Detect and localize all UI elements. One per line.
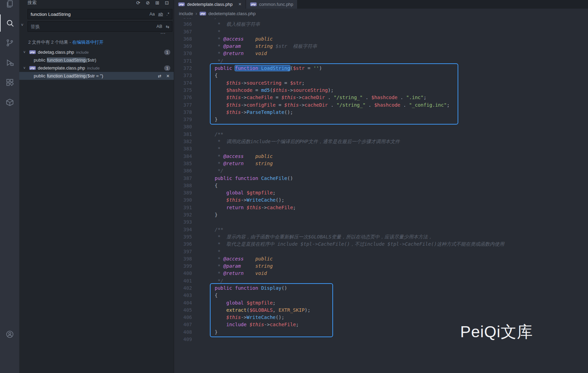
tab-dedetemplate-class-php[interactable]: php dedetemplate.class.php ✕ (174, 0, 246, 9)
code-token: WriteCache (247, 197, 276, 203)
code-line[interactable]: 406 $this->WriteCache(); (174, 314, 588, 321)
code-token: ; (273, 300, 276, 306)
breadcrumb-folder[interactable]: include (179, 11, 193, 16)
code-line[interactable]: 393 (174, 219, 588, 226)
code-line[interactable]: 400 * @return void (174, 270, 588, 277)
line-number: 405 (174, 307, 192, 314)
code-line[interactable]: 372public function LoadString($str = '') (174, 65, 588, 72)
code-line[interactable]: 398 * @access public (174, 255, 588, 263)
line-number: 383 (174, 145, 192, 152)
clear-results-icon[interactable]: ⊘ (146, 0, 150, 6)
package-icon[interactable] (0, 94, 19, 111)
code-line[interactable]: 365/** (174, 18, 588, 21)
search-match-row[interactable]: public function LoadString($str) (19, 56, 174, 64)
refresh-icon[interactable]: ⟳ (136, 0, 140, 6)
code-line[interactable]: 396 * 取代之是直接在程序中 include $tpl->CacheFile… (174, 241, 588, 248)
open-in-editor-link[interactable]: 在编辑器中打开 (72, 40, 104, 45)
search-match-row-selected[interactable]: public function LoadString($str = '') ⇄ … (19, 72, 174, 80)
code-token: } (215, 212, 217, 217)
extensions-icon[interactable] (0, 74, 19, 91)
code-line[interactable]: 383 * (174, 145, 588, 152)
toggle-replace-icon[interactable]: ˅ (21, 23, 23, 28)
preserve-case-icon[interactable]: AB (157, 24, 162, 29)
account-icon[interactable] (0, 326, 19, 343)
open-in-editor-icon[interactable]: ⊡ (165, 0, 169, 6)
code-text: $this->ParseTemplate(); (215, 109, 293, 116)
code-line[interactable]: 382 * 调用此函数include一个编译后的PHP文件，通常是在最后一个步骤… (174, 138, 588, 145)
code-line[interactable]: 371 */ (174, 57, 588, 65)
file-path: include (76, 50, 88, 54)
code-line[interactable]: 399 * @param string (174, 263, 588, 270)
code-line[interactable]: 367 * (174, 28, 588, 35)
activity-bar (0, 0, 19, 373)
code-line[interactable]: 394/** (174, 226, 588, 233)
code-line[interactable]: 381/** (174, 131, 588, 138)
code-text: * 取代之是直接在程序中 include $tpl->CacheFile()，不… (215, 241, 504, 248)
code-token: -> (241, 109, 247, 115)
search-input[interactable] (31, 12, 146, 17)
code-line[interactable]: 387public function CacheFile() (174, 175, 588, 182)
search-results-tree: ˅ php dedetag.class.php include 1 public… (19, 48, 174, 80)
replace-match-icon[interactable]: ⇄ (158, 74, 161, 78)
code-line[interactable]: 403{ (174, 292, 588, 299)
code-line[interactable]: 369 * @param string $str 模板字符串 (174, 43, 588, 50)
close-tab-icon[interactable]: ✕ (238, 2, 242, 7)
search-file-row[interactable]: ˅ php dedetemplate.class.php include 1 (19, 64, 174, 72)
code-line[interactable]: 395 * 显示内容，由于函数中会重新解压一次$GLOBALS变量，所以在动态页… (174, 233, 588, 241)
code-token (215, 102, 226, 108)
code-line[interactable]: 374 $this->sourceString = $str; (174, 79, 588, 87)
tab-common-func-php[interactable]: php common.func.php (246, 0, 298, 9)
replace-all-icon[interactable]: ⇆ (166, 24, 169, 29)
chevron-down-icon[interactable]: ˅ (23, 66, 27, 70)
code-line[interactable]: 384 * @access public (174, 153, 588, 160)
code-token: $gtmpfile (247, 190, 273, 195)
code-text: global $gtmpfile; (215, 299, 276, 307)
code-line[interactable]: 380 (174, 123, 588, 130)
code-line[interactable]: 375 $hashcode = md5($this->sourceString)… (174, 87, 588, 94)
search-file-row[interactable]: ˅ php dedetag.class.php include 1 (19, 48, 174, 56)
search-icon[interactable] (0, 14, 19, 32)
code-line[interactable]: 366 * 载入模板字符串 (174, 21, 588, 28)
chevron-down-icon[interactable]: ˅ (23, 50, 27, 54)
source-control-icon[interactable] (0, 34, 19, 51)
breadcrumb-file[interactable]: dedetemplate.class.php (209, 11, 256, 16)
code-line[interactable]: 404 global $gtmpfile; (174, 299, 588, 307)
code-token: , (273, 307, 279, 313)
code-line[interactable]: 397 * (174, 248, 588, 255)
code-line[interactable]: 390 $this->WriteCache(); (174, 196, 588, 204)
new-search-editor-icon[interactable]: ⊞ (156, 0, 160, 6)
code-line[interactable]: 373{ (174, 72, 588, 79)
code-line[interactable]: 385 * @return string (174, 160, 588, 167)
run-debug-icon[interactable] (0, 54, 19, 71)
whole-word-icon[interactable]: ab (158, 12, 163, 17)
code-line[interactable]: 389 global $gtmpfile; (174, 189, 588, 196)
code-line[interactable]: 405 extract($GLOBALS, EXTR_SKIP); (174, 307, 588, 314)
toggle-search-details-icon[interactable]: ··· (160, 30, 165, 36)
code-editor[interactable]: 365/**366 * 载入模板字符串367 *368 * @access pu… (174, 18, 588, 373)
code-token: $this (226, 95, 241, 100)
code-line[interactable]: 378 $this->ParseTemplate(); (174, 109, 588, 116)
code-line[interactable]: 392} (174, 211, 588, 219)
code-line[interactable]: 376 $this->cacheFile = $this->cacheDir .… (174, 94, 588, 101)
code-line[interactable]: 368 * @access public (174, 35, 588, 43)
code-line[interactable]: 386 */ (174, 167, 588, 174)
panel-actions: ⟳ ⊘ ⊞ ⊡ (136, 0, 169, 6)
code-line[interactable]: 379} (174, 116, 588, 123)
code-token (244, 161, 255, 166)
match-case-icon[interactable]: Aa (149, 12, 154, 17)
regex-icon[interactable]: .* (167, 12, 169, 17)
code-line[interactable]: 402public function Display() (174, 285, 588, 292)
replace-input[interactable] (31, 24, 153, 29)
code-line[interactable]: 370 * @return void (174, 50, 588, 57)
code-token: ; (293, 205, 296, 210)
code-line[interactable]: 391 return $this->cacheFile; (174, 204, 588, 211)
explorer-icon[interactable] (0, 0, 19, 12)
code-line[interactable]: 388{ (174, 182, 588, 189)
line-number: 367 (174, 28, 192, 35)
code-line[interactable]: 401 */ (174, 277, 588, 285)
code-line[interactable]: 377 $this->configFile = $this->cacheDir … (174, 102, 588, 109)
code-text: public function LoadString($str = '') (215, 65, 322, 72)
code-text: * (215, 28, 221, 35)
php-file-icon: php (178, 2, 185, 6)
dismiss-match-icon[interactable]: ✕ (166, 74, 170, 78)
